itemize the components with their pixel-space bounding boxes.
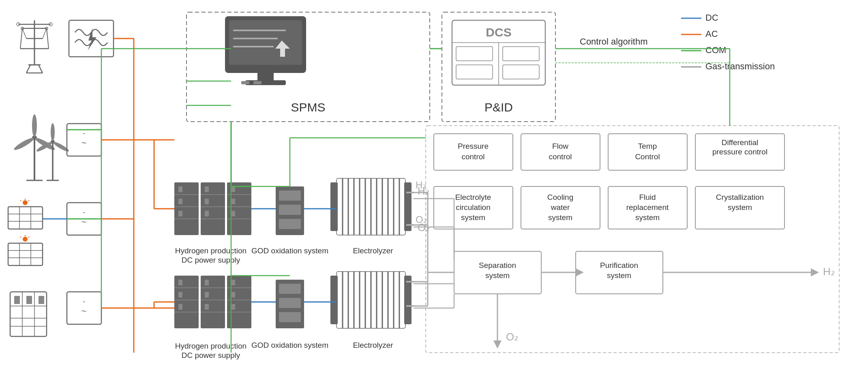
svg-rect-87 bbox=[456, 47, 493, 61]
svg-rect-175 bbox=[205, 280, 209, 285]
svg-rect-168 bbox=[178, 280, 182, 285]
svg-rect-125 bbox=[178, 186, 182, 192]
svg-rect-186 bbox=[279, 284, 301, 294]
svg-rect-126 bbox=[178, 199, 182, 204]
svg-rect-184 bbox=[231, 304, 235, 310]
wind-turbine-icon-2 bbox=[36, 123, 70, 180]
svg-rect-187 bbox=[279, 298, 301, 308]
svg-point-27 bbox=[13, 136, 35, 152]
svg-rect-128 bbox=[201, 182, 225, 235]
electrolyzer-2-label: Electrolyzer bbox=[353, 341, 393, 349]
box-fluid-replacement: Fluid bbox=[639, 193, 656, 201]
svg-text:Control: Control bbox=[635, 152, 660, 161]
svg-rect-78 bbox=[257, 73, 274, 80]
god-1 bbox=[276, 186, 304, 235]
hp-dc-2-label-1: Hydrogen production bbox=[175, 342, 246, 350]
svg-text:system: system bbox=[728, 203, 752, 212]
battery-icon bbox=[10, 292, 47, 336]
svg-line-43 bbox=[20, 200, 21, 201]
pid-box: DCS P&ID bbox=[442, 12, 555, 122]
svg-rect-141 bbox=[231, 211, 235, 216]
svg-text:-: - bbox=[83, 129, 85, 137]
diagram-container: DC AC COM Gas-transmission bbox=[0, 0, 868, 381]
svg-rect-202 bbox=[404, 276, 411, 324]
svg-text:system: system bbox=[635, 213, 660, 222]
svg-rect-140 bbox=[231, 199, 235, 204]
box-temp-control: Temp bbox=[638, 142, 657, 150]
legend-dc: DC bbox=[705, 13, 718, 23]
svg-text:system: system bbox=[548, 213, 572, 222]
o2-output-label: O₂ bbox=[506, 331, 518, 343]
svg-rect-183 bbox=[231, 292, 235, 298]
svg-rect-73 bbox=[229, 20, 302, 65]
svg-rect-80 bbox=[241, 81, 249, 84]
spms-label: SPMS bbox=[291, 101, 325, 114]
svg-text:replacement: replacement bbox=[626, 203, 669, 212]
svg-rect-132 bbox=[205, 186, 209, 192]
svg-marker-118 bbox=[493, 340, 502, 349]
box-cooling-water: Cooling bbox=[547, 193, 573, 201]
svg-line-9 bbox=[47, 28, 49, 49]
svg-rect-164 bbox=[174, 276, 199, 328]
svg-text:system: system bbox=[485, 271, 510, 280]
svg-line-15 bbox=[39, 65, 43, 73]
legend-com: COM bbox=[705, 45, 726, 55]
svg-rect-92 bbox=[434, 134, 513, 170]
box-electrolyte: Electrolyte bbox=[455, 193, 491, 201]
solar-panel-icon-2 bbox=[8, 235, 43, 265]
svg-rect-144 bbox=[279, 205, 301, 215]
svg-line-14 bbox=[26, 65, 30, 73]
svg-rect-170 bbox=[178, 304, 182, 310]
power-tower-icon bbox=[17, 20, 52, 73]
svg-point-49 bbox=[23, 237, 28, 242]
svg-text:water: water bbox=[551, 203, 570, 212]
svg-rect-35 bbox=[8, 207, 43, 229]
hp-dc-1 bbox=[174, 182, 251, 235]
svg-marker-116 bbox=[811, 268, 819, 276]
svg-point-25 bbox=[32, 114, 37, 137]
hp-dc-2 bbox=[174, 276, 251, 328]
svg-rect-158 bbox=[330, 182, 338, 231]
legend-ac: AC bbox=[705, 29, 718, 39]
hp-dc-1-label-1: Hydrogen production bbox=[175, 246, 246, 255]
svg-point-40 bbox=[23, 200, 28, 205]
electrolyzer-1 bbox=[330, 178, 411, 235]
electrolyzer-1-label: Electrolyzer bbox=[353, 246, 393, 255]
wind-turbine-icon bbox=[13, 114, 56, 180]
svg-line-52 bbox=[20, 237, 21, 238]
svg-rect-44 bbox=[8, 243, 43, 265]
box-flow-control: Flow bbox=[552, 142, 568, 150]
god-2 bbox=[276, 280, 304, 328]
converter-battery: - ~ bbox=[67, 292, 101, 324]
svg-rect-201 bbox=[330, 276, 338, 324]
svg-text:system: system bbox=[461, 213, 485, 222]
svg-rect-127 bbox=[178, 211, 182, 216]
svg-rect-89 bbox=[456, 65, 493, 79]
o2-top-label: O₂ bbox=[416, 214, 427, 225]
svg-text:~: ~ bbox=[81, 138, 87, 148]
svg-text:circulation: circulation bbox=[456, 203, 491, 212]
box-crystallization: Crystallization bbox=[716, 193, 764, 201]
svg-text:control: control bbox=[461, 152, 484, 161]
svg-rect-79 bbox=[245, 80, 286, 85]
pid-label: P&ID bbox=[484, 101, 513, 114]
god-2-label: GOD oxidation system bbox=[251, 341, 328, 349]
box-diff-pressure: Differential bbox=[722, 138, 758, 147]
svg-point-31 bbox=[51, 123, 55, 141]
control-algo-label: Control algorithm bbox=[580, 36, 648, 47]
svg-rect-143 bbox=[279, 190, 301, 201]
control-systems-box: Pressure control Flow control Temp Contr… bbox=[426, 126, 839, 353]
box-pressure-control: Pressure bbox=[458, 142, 489, 150]
svg-text:~: ~ bbox=[81, 306, 87, 316]
svg-rect-171 bbox=[201, 276, 225, 328]
svg-text:DCS: DCS bbox=[486, 26, 511, 39]
svg-rect-90 bbox=[503, 65, 539, 79]
h2-output-label: H₂ bbox=[823, 265, 835, 278]
svg-rect-133 bbox=[205, 199, 209, 204]
box-purification: Purification bbox=[600, 261, 638, 270]
svg-text:-: - bbox=[83, 208, 85, 216]
h2-top-label: H₂ bbox=[416, 180, 426, 190]
svg-rect-91 bbox=[426, 126, 839, 353]
svg-line-51 bbox=[28, 237, 29, 238]
svg-rect-59 bbox=[14, 296, 20, 304]
